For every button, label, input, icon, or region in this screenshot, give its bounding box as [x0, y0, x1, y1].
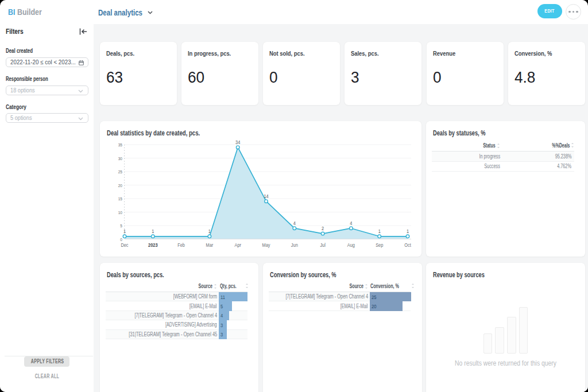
svg-text:1: 1: [407, 228, 409, 234]
svg-text:5: 5: [120, 223, 122, 228]
svg-text:4: 4: [350, 220, 352, 226]
svg-text:May: May: [262, 242, 271, 248]
svg-text:Dec: Dec: [121, 242, 128, 248]
svg-text:15: 15: [118, 196, 122, 201]
svg-text:Oct: Oct: [404, 242, 411, 248]
svg-text:Jun: Jun: [291, 242, 298, 248]
svg-text:Feb: Feb: [177, 242, 185, 248]
svg-text:0: 0: [120, 236, 122, 242]
svg-text:Mar: Mar: [206, 242, 214, 248]
svg-text:1: 1: [123, 228, 126, 234]
svg-text:10: 10: [118, 209, 122, 215]
svg-text:30: 30: [118, 156, 122, 161]
svg-text:35: 35: [118, 142, 122, 148]
svg-text:Aug: Aug: [347, 242, 355, 248]
svg-text:2023: 2023: [148, 242, 158, 248]
svg-text:1: 1: [208, 228, 211, 234]
svg-text:20: 20: [118, 183, 122, 188]
svg-text:4: 4: [293, 220, 296, 226]
svg-text:1: 1: [152, 228, 154, 234]
svg-text:2: 2: [322, 226, 324, 231]
svg-text:Sep: Sep: [376, 242, 383, 248]
svg-text:25: 25: [118, 169, 122, 174]
svg-text:Jul: Jul: [320, 242, 326, 248]
svg-text:1: 1: [378, 228, 381, 234]
svg-text:14: 14: [264, 193, 269, 199]
svg-text:34: 34: [235, 139, 241, 145]
svg-text:Apr: Apr: [234, 242, 241, 248]
